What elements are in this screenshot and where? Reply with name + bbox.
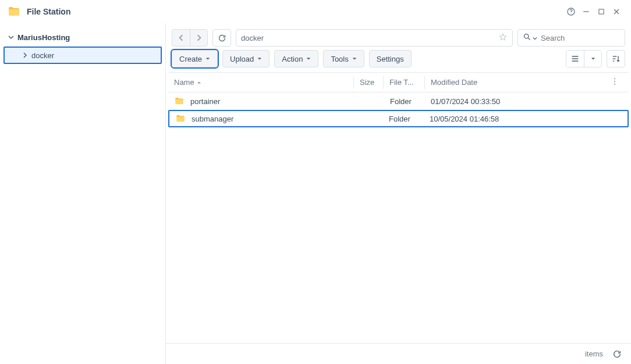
chevron-right-icon — [21, 52, 29, 58]
nav-history — [172, 29, 208, 47]
action-label: Action — [282, 55, 303, 63]
column-modified[interactable]: Modified Date — [425, 77, 629, 88]
svg-point-14 — [614, 78, 615, 79]
file-type: Folder — [383, 115, 424, 123]
search-box[interactable] — [517, 29, 625, 47]
minimize-icon[interactable] — [579, 4, 594, 19]
actionbar: Create Upload Action Tools Settings — [166, 50, 631, 72]
help-icon[interactable] — [563, 4, 579, 19]
maximize-icon[interactable] — [594, 4, 609, 19]
view-mode-group — [566, 50, 602, 67]
close-icon[interactable] — [609, 4, 624, 19]
favorite-icon[interactable] — [498, 33, 508, 44]
topbar: docker — [166, 23, 631, 50]
tools-label: Tools — [331, 55, 348, 63]
file-table: Name Size File T... Modified Date portai… — [168, 72, 629, 343]
create-button[interactable]: Create — [172, 50, 218, 67]
svg-point-1 — [570, 13, 571, 13]
items-label: items — [585, 349, 603, 358]
svg-point-15 — [614, 81, 615, 82]
file-modified: 01/07/2024 00:33:50 — [425, 97, 629, 106]
titlebar: File Station — [0, 0, 631, 23]
caret-down-icon — [257, 56, 262, 61]
status-refresh-button[interactable] — [609, 346, 625, 362]
caret-down-icon — [205, 56, 210, 61]
column-type[interactable]: File T... — [384, 78, 424, 87]
path-value: docker — [241, 34, 264, 42]
file-type: Folder — [384, 97, 425, 106]
nav-back-button[interactable] — [172, 30, 190, 46]
file-name: portainer — [190, 97, 220, 106]
sort-asc-icon — [197, 78, 201, 87]
table-body: portainerFolder01/07/2024 00:33:50subman… — [168, 92, 629, 127]
folder-icon — [174, 96, 185, 106]
tree-item-label: docker — [31, 51, 54, 60]
svg-point-16 — [614, 84, 615, 85]
column-name[interactable]: Name — [168, 78, 353, 87]
table-header: Name Size File T... Modified Date — [168, 73, 629, 92]
tools-button[interactable]: Tools — [323, 50, 364, 67]
upload-label: Upload — [230, 55, 254, 63]
svg-rect-3 — [599, 9, 604, 13]
view-list-button[interactable] — [566, 51, 584, 67]
create-label: Create — [179, 55, 202, 63]
reload-button[interactable] — [212, 29, 231, 47]
column-size[interactable]: Size — [354, 78, 383, 87]
file-modified: 10/05/2024 01:46:58 — [424, 115, 628, 123]
search-input[interactable] — [541, 34, 620, 42]
sidebar: MariusHosting docker — [0, 23, 166, 364]
tree-item-docker[interactable]: docker — [3, 47, 162, 64]
tree-root-label: MariusHosting — [17, 33, 70, 42]
upload-button[interactable]: Upload — [222, 50, 270, 67]
nav-forward-button[interactable] — [190, 30, 207, 46]
caret-down-icon — [306, 56, 311, 61]
svg-point-6 — [524, 34, 529, 39]
app-icon — [7, 5, 21, 19]
tree-root[interactable]: MariusHosting — [0, 29, 165, 45]
column-menu-icon[interactable] — [610, 77, 623, 88]
statusbar: items — [166, 343, 631, 364]
settings-button[interactable]: Settings — [369, 50, 412, 67]
chevron-down-icon — [7, 34, 15, 40]
settings-label: Settings — [377, 55, 404, 63]
app-title: File Station — [27, 7, 70, 16]
view-mode-dropdown[interactable] — [584, 51, 601, 67]
file-name: submanager — [192, 115, 233, 123]
chevron-down-icon — [533, 34, 537, 42]
folder-icon — [175, 113, 186, 124]
path-input[interactable]: docker — [236, 29, 513, 47]
search-icon — [523, 33, 531, 43]
svg-line-7 — [528, 38, 530, 40]
table-row[interactable]: submanagerFolder10/05/2024 01:46:58 — [168, 110, 629, 127]
sort-button[interactable] — [607, 50, 625, 67]
caret-down-icon — [352, 56, 357, 61]
action-button[interactable]: Action — [274, 50, 318, 67]
main-panel: docker Create Upload — [166, 23, 631, 364]
table-row[interactable]: portainerFolder01/07/2024 00:33:50 — [168, 92, 629, 110]
